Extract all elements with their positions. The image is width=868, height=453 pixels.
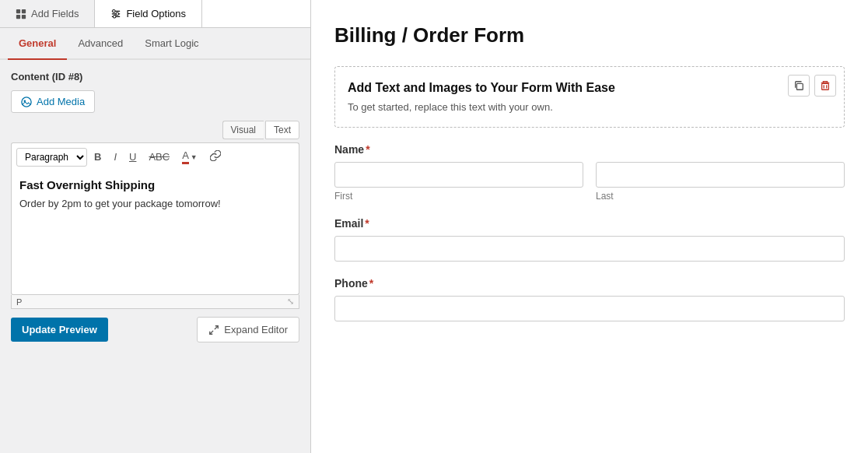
first-name-input[interactable] xyxy=(334,162,583,188)
email-label: Email* xyxy=(334,217,845,230)
editor-body: Order by 2pm to get your package tomorro… xyxy=(19,198,291,209)
underline-button[interactable]: U xyxy=(124,148,142,166)
editor-actions: Update Preview Expand Editor xyxy=(11,317,299,342)
left-panel: Add Fields Field Options General Advance… xyxy=(0,0,311,453)
editor-heading: Fast Overnight Shipping xyxy=(19,178,291,191)
svg-rect-3 xyxy=(22,14,26,18)
tab-field-options[interactable]: Field Options xyxy=(95,0,202,27)
email-input[interactable] xyxy=(334,236,845,262)
first-name-field: First xyxy=(334,162,583,202)
svg-point-10 xyxy=(22,97,31,106)
sub-tab-advanced[interactable]: Advanced xyxy=(67,28,134,60)
phone-label: Phone* xyxy=(334,277,845,290)
tab-field-options-label: Field Options xyxy=(126,8,186,19)
phone-input[interactable] xyxy=(334,296,845,321)
phone-field: Phone* xyxy=(334,277,845,321)
expand-icon xyxy=(208,325,219,335)
paragraph-select[interactable]: Paragraph Heading 1 Heading 2 Heading 3 xyxy=(16,148,87,167)
panel-body: Content (ID #8) Add Media Visual Text Pa… xyxy=(0,60,310,453)
editor-mode-toolbar: Visual Text xyxy=(11,121,299,139)
top-tabs: Add Fields Field Options xyxy=(0,0,310,28)
tab-add-fields[interactable]: Add Fields xyxy=(0,0,95,27)
svg-rect-15 xyxy=(822,83,829,90)
content-block: Add Text and Images to Your Form With Ea… xyxy=(334,66,845,128)
duplicate-button[interactable] xyxy=(788,75,810,97)
text-tab-button[interactable]: Text xyxy=(265,121,299,139)
field-label: Content (ID #8) xyxy=(11,71,299,83)
name-required: * xyxy=(366,143,369,156)
svg-rect-14 xyxy=(796,83,803,90)
editor-area[interactable]: Fast Overnight Shipping Order by 2pm to … xyxy=(11,170,299,295)
sub-tab-general[interactable]: General xyxy=(8,28,67,60)
editor-status-bar: P ⤡ xyxy=(11,295,299,309)
bold-button[interactable]: B xyxy=(89,148,107,166)
name-label: Name* xyxy=(334,143,845,156)
format-bar: Paragraph Heading 1 Heading 2 Heading 3 … xyxy=(11,142,299,170)
svg-point-8 xyxy=(116,12,119,16)
form-title: Billing / Order Form xyxy=(334,23,845,47)
visual-tab-button[interactable]: Visual xyxy=(222,121,264,139)
name-row: First Last xyxy=(334,162,845,202)
add-media-label: Add Media xyxy=(37,96,85,107)
right-panel: Billing / Order Form Add Text and Imag xyxy=(311,0,868,453)
resize-handle[interactable]: ⤡ xyxy=(287,297,294,307)
svg-point-7 xyxy=(113,9,116,12)
add-media-button[interactable]: Add Media xyxy=(11,90,95,113)
link-button[interactable] xyxy=(205,147,226,167)
grid-icon xyxy=(16,9,26,19)
svg-rect-2 xyxy=(16,14,20,18)
update-preview-button[interactable]: Update Preview xyxy=(11,318,108,342)
last-name-field: Last xyxy=(596,162,845,202)
first-sublabel: First xyxy=(334,191,583,202)
last-sublabel: Last xyxy=(596,191,845,202)
svg-rect-0 xyxy=(16,9,20,12)
content-block-actions xyxy=(788,75,836,97)
expand-editor-button[interactable]: Expand Editor xyxy=(197,317,299,342)
content-block-heading: Add Text and Images to Your Form With Ea… xyxy=(348,81,831,95)
svg-point-11 xyxy=(24,100,26,102)
strikethrough-button[interactable]: ABC xyxy=(143,148,175,166)
trash-icon xyxy=(820,80,831,91)
media-icon xyxy=(21,97,32,107)
last-name-input[interactable] xyxy=(596,162,845,188)
email-field: Email* xyxy=(334,217,845,262)
content-block-body: To get started, replace this text with y… xyxy=(348,101,831,113)
svg-point-9 xyxy=(114,15,117,18)
text-color-button[interactable]: A ▼ xyxy=(177,146,203,167)
email-required: * xyxy=(365,217,369,230)
sub-tab-smart-logic[interactable]: Smart Logic xyxy=(134,28,209,60)
sliders-icon xyxy=(110,9,121,19)
svg-rect-1 xyxy=(22,9,26,12)
delete-button[interactable] xyxy=(814,75,836,97)
tab-add-fields-label: Add Fields xyxy=(31,8,79,19)
phone-required: * xyxy=(369,277,373,290)
copy-icon xyxy=(793,80,804,91)
sub-tabs: General Advanced Smart Logic xyxy=(0,28,310,60)
name-field: Name* First Last xyxy=(334,143,845,202)
editor-status-text: P xyxy=(16,297,22,307)
italic-button[interactable]: I xyxy=(108,148,122,166)
